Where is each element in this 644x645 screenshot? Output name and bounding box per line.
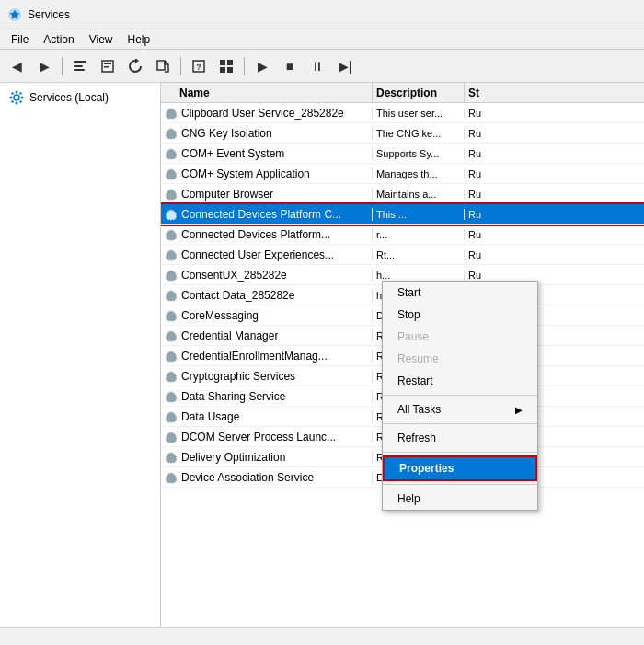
pause-button[interactable]: ⏸ xyxy=(305,53,330,79)
resume-button[interactable]: ▶| xyxy=(332,53,358,79)
gear-icon xyxy=(165,167,178,180)
table-row[interactable]: Connected Devices Platform...r...Ru xyxy=(161,225,644,245)
help-button[interactable]: ? xyxy=(186,53,212,79)
row-status-cell: Ru xyxy=(465,108,485,119)
row-name-cell: Connected User Experiences... xyxy=(161,248,373,261)
table-row[interactable]: Connected Devices Platform C...This ...R… xyxy=(161,204,644,225)
menu-help[interactable]: Help xyxy=(121,31,158,48)
svg-point-14 xyxy=(14,95,19,100)
row-name-cell: COM+ Event System xyxy=(161,147,373,160)
properties-button[interactable] xyxy=(95,53,121,79)
stop-button[interactable]: ■ xyxy=(277,53,303,79)
service-name: Connected Devices Platform... xyxy=(181,228,330,241)
header-name[interactable]: Name xyxy=(161,83,373,102)
service-name: ConsentUX_285282e xyxy=(181,269,287,282)
service-name: Delivery Optimization xyxy=(181,451,285,464)
svg-point-16 xyxy=(16,102,18,105)
svg-point-15 xyxy=(16,91,18,94)
context-menu-item-all-tasks[interactable]: All Tasks▶ xyxy=(383,398,537,420)
gear-icon xyxy=(165,471,178,484)
export-icon xyxy=(155,59,170,74)
row-name-cell: Computer Browser xyxy=(161,188,373,201)
header-status[interactable]: St xyxy=(465,83,483,102)
row-name-cell: Data Usage xyxy=(161,410,373,423)
row-status-cell: Ru xyxy=(465,209,485,220)
row-desc-cell: This ... xyxy=(373,209,465,220)
menu-action[interactable]: Action xyxy=(36,31,81,48)
context-menu-label: Resume xyxy=(397,352,439,365)
export-button[interactable] xyxy=(150,53,176,79)
context-menu-separator xyxy=(383,395,537,396)
context-menu-label: Help xyxy=(397,492,420,505)
service-name: Clipboard User Service_285282e xyxy=(181,107,344,120)
main-area: Services (Local) Name Description St Cli… xyxy=(0,83,644,627)
service-name: Connected Devices Platform C... xyxy=(181,208,341,221)
context-menu-item-start[interactable]: Start xyxy=(383,282,537,304)
service-name: COM+ Event System xyxy=(181,147,284,160)
context-menu-item-properties[interactable]: Properties xyxy=(383,455,537,481)
context-menu-item-restart[interactable]: Restart xyxy=(383,370,537,392)
service-name: Contact Data_285282e xyxy=(181,289,294,302)
service-name: DCOM Server Process Launc... xyxy=(181,431,336,443)
properties-icon xyxy=(100,59,115,74)
row-name-cell: COM+ System Application xyxy=(161,167,373,180)
row-desc-cell: Rt... xyxy=(373,249,465,260)
svg-rect-10 xyxy=(220,60,225,65)
table-row[interactable]: Computer BrowserMaintains a...Ru xyxy=(161,184,644,204)
row-desc-cell: h... xyxy=(373,270,465,281)
menu-file[interactable]: File xyxy=(4,31,36,48)
row-desc-cell: Supports Sy... xyxy=(373,148,465,159)
table-row[interactable]: CNG Key IsolationThe CNG ke...Ru xyxy=(161,123,644,144)
table-row[interactable]: Clipboard User Service_285282eThis user … xyxy=(161,103,644,123)
view-button[interactable] xyxy=(213,53,239,79)
row-name-cell: Contact Data_285282e xyxy=(161,289,373,302)
forward-button[interactable]: ▶ xyxy=(31,53,57,79)
row-name-cell: Cryptographic Services xyxy=(161,370,373,383)
service-name: Credential Manager xyxy=(181,329,278,342)
header-desc[interactable]: Description xyxy=(373,83,465,102)
row-name-cell: Clipboard User Service_285282e xyxy=(161,107,373,120)
row-name-cell: CredentialEnrollmentManag... xyxy=(161,350,373,363)
service-name: COM+ System Application xyxy=(181,167,310,180)
context-menu-separator xyxy=(383,452,537,453)
svg-rect-3 xyxy=(74,69,85,71)
context-menu-label: Start xyxy=(397,286,420,299)
gear-icon xyxy=(165,269,178,282)
gear-icon xyxy=(165,289,178,302)
gear-icon xyxy=(165,228,178,241)
gear-icon xyxy=(165,188,178,201)
row-status-cell: Ru xyxy=(465,270,485,281)
gear-icon xyxy=(165,309,178,322)
svg-rect-1 xyxy=(74,61,86,63)
table-row[interactable]: COM+ Event SystemSupports Sy...Ru xyxy=(161,144,644,164)
help-icon: ? xyxy=(191,59,206,74)
context-menu-label: All Tasks xyxy=(397,403,441,416)
service-name: Connected User Experiences... xyxy=(181,248,334,261)
show-hide-button[interactable] xyxy=(67,53,93,79)
table-row[interactable]: Connected User Experiences...Rt...Ru xyxy=(161,245,644,265)
row-name-cell: CoreMessaging xyxy=(161,309,373,322)
back-button[interactable]: ◀ xyxy=(4,53,29,79)
context-menu-label: Stop xyxy=(397,308,420,321)
menu-view[interactable]: View xyxy=(82,31,121,48)
context-menu-item-help[interactable]: Help xyxy=(383,488,537,510)
table-row[interactable]: COM+ System ApplicationManages th...Ru xyxy=(161,164,644,184)
sidebar-item-services-local[interactable]: Services (Local) xyxy=(4,86,156,109)
gear-icon xyxy=(165,431,178,443)
play-button[interactable]: ▶ xyxy=(249,53,275,79)
refresh-icon xyxy=(128,59,143,74)
sidebar-label: Services (Local) xyxy=(29,91,109,104)
row-name-cell: Connected Devices Platform... xyxy=(161,228,373,241)
row-desc-cell: The CNG ke... xyxy=(373,128,465,139)
row-name-cell: Device Association Service xyxy=(161,471,373,484)
menu-bar: File Action View Help xyxy=(0,29,644,50)
refresh-button[interactable] xyxy=(122,53,148,79)
gear-icon xyxy=(165,390,178,403)
window-title: Services xyxy=(28,8,70,21)
context-menu-label: Restart xyxy=(397,374,433,387)
svg-point-20 xyxy=(19,92,21,94)
context-menu-item-stop[interactable]: Stop xyxy=(383,304,537,326)
title-bar: Services xyxy=(0,0,644,29)
status-bar xyxy=(0,627,644,645)
context-menu-item-refresh[interactable]: Refresh xyxy=(383,427,537,449)
